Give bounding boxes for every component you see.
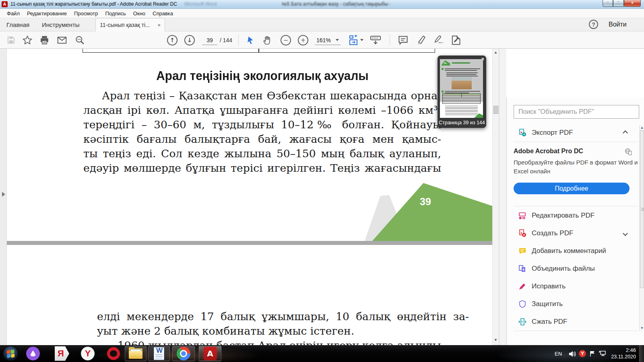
learn-more-button[interactable]: Подробнее [514,183,630,194]
menu-edit[interactable]: Редактирование [23,10,70,16]
sign-icon[interactable] [433,31,445,49]
zoom-in-icon[interactable]: + [298,31,308,49]
maximize-button[interactable]: ❐ [613,0,624,7]
right-panel-strip[interactable] [499,49,506,345]
thumbnail-page-preview: 52. [440,59,483,118]
page-number-badge: 39 [420,196,431,208]
previous-page-icon[interactable]: ↑ [167,31,178,49]
document-scrollbar[interactable]: ▲ ▼ [492,49,499,345]
tools-search-input[interactable]: Поиск "Объединить PDF" [514,105,639,119]
save-icon[interactable] [6,31,16,49]
menu-help[interactable]: Справка [149,10,177,16]
tool-export-pdf[interactable]: Экспорт PDF [507,124,638,142]
tool-protect[interactable]: Защитить [507,295,638,313]
close-button[interactable]: x [624,0,641,7]
taskbar: Я Y W A [0,345,644,362]
page-number-input[interactable]: 39 [202,35,217,45]
print-icon[interactable] [39,31,50,49]
tool-fix[interactable]: Исправить [507,278,638,295]
volume-icon[interactable] [568,350,576,358]
menu-sign[interactable]: Подпись [101,10,129,16]
document-viewport: Арал теңізінің экологиялық ахуалы Арал т… [0,49,644,345]
tab-document-label: 11-сынып қазақ ті... [100,22,150,28]
tool-add-comment[interactable]: Добавить комментарий [507,242,638,260]
thumbnail-caption: Страница 39 из 144 [438,120,486,125]
scroll-down-icon[interactable]: ▼ [640,326,644,330]
star-icon[interactable] [22,31,33,49]
left-panel-strip[interactable] [0,49,7,345]
window-title: 11-сынып қазақ тілі жаратылыстану бағыты… [10,1,177,7]
fill-sign-icon[interactable] [450,31,461,49]
taskbar-explorer-button[interactable] [125,346,147,361]
zoom-out-icon[interactable]: − [281,31,291,49]
page-fit-icon[interactable] [369,31,382,49]
pdf-page: Арал теңізінің экологиялық ахуалы Арал т… [7,49,492,345]
find-icon[interactable] [74,31,85,49]
tab-document[interactable]: 11-сынып қазақ ті... × [95,18,165,31]
show-desktop-button[interactable] [639,345,644,362]
scrollbar-thumb[interactable] [640,130,644,288]
tool-compress-pdf[interactable]: Сжать PDF [507,313,638,331]
taskbar-acrobat-button[interactable]: A [199,346,221,361]
menu-window[interactable]: Окно [130,10,149,16]
tool-combine-files[interactable]: Объединить файлы [507,260,638,278]
taskbar-yandex-browser-icon[interactable]: Y [79,346,97,361]
taskbar-opera-icon[interactable] [105,346,122,361]
scroll-up-icon[interactable]: ▲ [494,50,497,54]
tool-edit-pdf[interactable]: Редактировать PDF [507,207,638,224]
scroll-mode-icon[interactable] [348,31,363,49]
start-button[interactable] [2,346,19,361]
scrollbar-thumb[interactable] [493,106,498,114]
email-icon[interactable] [57,31,67,49]
scroll-up-icon[interactable]: ▲ [640,126,644,130]
tab-home[interactable]: Главная [6,18,29,31]
open-left-panel-icon[interactable] [2,192,5,197]
page-total-label: / 144 [220,31,232,49]
title-bar: A 11-сынып қазақ тілі жаратылыстану бағы… [0,0,644,9]
page-separator-bar [7,241,492,245]
menu-file[interactable]: Файл [3,10,23,16]
taskbar-word-button[interactable]: W [148,346,170,361]
chevron-up-icon [623,130,628,136]
background-window-title: №5 Бата алтыбақан жазу - сабақтың тақыры… [282,1,390,7]
chevron-down-icon [623,231,628,236]
help-icon[interactable]: ? [589,20,598,29]
menu-bar: Файл Редактирование Просмотр Подпись Окн… [0,9,644,18]
next-page-icon[interactable]: ↓ [184,31,195,49]
adobe-reader-app-icon: A [2,1,8,7]
sign-in-button[interactable]: Войти [609,21,627,28]
paragraph-2: елді мекендерде 17 балық ұжымшары, 10 ба… [97,309,469,345]
language-doc-icon [624,148,632,156]
select-tool-icon[interactable] [246,31,255,49]
sidebar-scrollbar[interactable]: ▲ ▼ [639,125,644,331]
comment-icon[interactable] [398,31,409,49]
taskbar-chrome-button[interactable] [172,346,195,361]
taskbar-yandex-icon[interactable]: Я [52,346,72,361]
screen: A 11-сынып қазақ тілі жаратылыстану бағы… [0,0,644,362]
taskbar-alice-icon[interactable] [24,346,42,361]
highlight-icon[interactable] [416,31,427,49]
tab-close-icon[interactable]: × [157,22,161,28]
promo-body: Преобразуйте файлы PDF в формат Word и E… [514,158,638,176]
minimize-button[interactable]: – [603,0,613,7]
tool-create-pdf[interactable]: Создать PDF [507,224,638,242]
menu-view[interactable]: Просмотр [70,10,101,16]
tab-bar: Главная Инструменты 11-сынып қазақ ті...… [0,18,644,31]
hand-tool-icon[interactable] [262,31,272,49]
page-thumbnail-popup: × 52. Страница 39 из 144 [438,56,486,128]
tools-sidebar: Поиск "Объединить PDF" Экспорт PDF Adobe… [506,97,644,362]
tab-tools[interactable]: Инструменты [42,18,80,31]
language-indicator[interactable]: EN [555,351,562,357]
scroll-down-icon[interactable]: ▼ [494,338,497,342]
yandex-tray-icon[interactable]: Y [579,350,586,357]
zoom-level-select[interactable]: 161% [315,35,341,45]
clock[interactable]: 2:46 23.11.2020 [596,347,636,360]
promo-heading: Adobe Acrobat Pro DC [514,148,583,155]
background-window-title: Microsoft Word [184,1,225,7]
toolbar: ↑ ↓ 39 / 144 − + 161% [0,31,644,49]
action-center-icon[interactable] [589,350,596,357]
